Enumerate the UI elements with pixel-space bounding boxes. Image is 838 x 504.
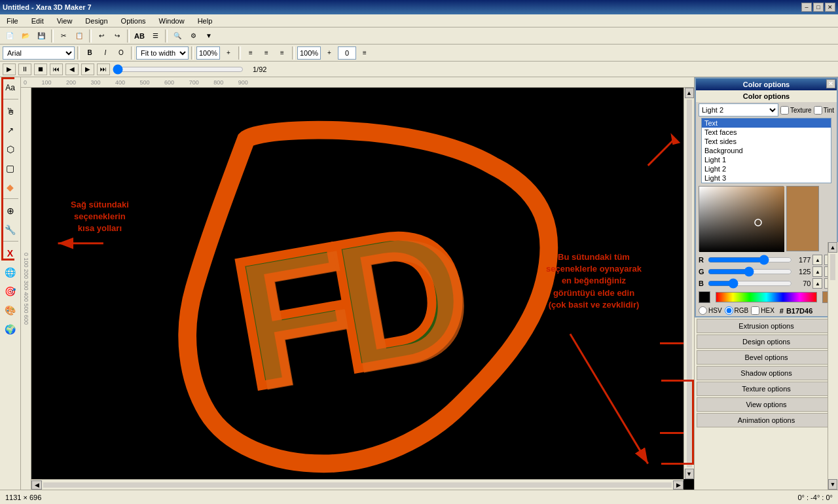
prev-end-button[interactable]: ⏮	[50, 63, 63, 75]
texture-options-btn[interactable]: Texture options	[697, 382, 836, 396]
undo-button[interactable]: ↩	[94, 29, 109, 43]
next-button[interactable]: ▶	[81, 63, 94, 75]
color-spectrum-bar[interactable]	[716, 292, 817, 302]
right-scroll-thumb[interactable]	[830, 254, 835, 280]
color-type-dropdown[interactable]: Light 2	[699, 103, 778, 117]
stop-button[interactable]: ⏹	[34, 63, 47, 75]
zoom-input[interactable]	[196, 46, 220, 60]
bold-button[interactable]: B	[82, 46, 97, 60]
search-icon[interactable]: 🔍	[170, 29, 185, 43]
close-button[interactable]: ✕	[825, 3, 835, 12]
next-end-button[interactable]: ⏭	[97, 63, 110, 75]
separator-8	[238, 46, 241, 60]
menu-help[interactable]: Help	[194, 16, 217, 26]
color-list-item-background[interactable]: Background	[702, 146, 831, 155]
minimize-button[interactable]: –	[801, 3, 812, 12]
separator-6	[131, 46, 134, 60]
offset-inc[interactable]: ≡	[357, 46, 372, 60]
color-list-item-light3[interactable]: Light 3	[702, 173, 831, 183]
canvas-scrollbar-h[interactable]: ◀ ▶	[31, 479, 683, 490]
title-bar: Untitled - Xara 3D Maker 7 – □ ✕	[0, 0, 838, 14]
maximize-button[interactable]: □	[813, 3, 824, 12]
scroll-up-btn[interactable]: ▲	[685, 88, 694, 98]
animation-options-btn[interactable]: Animation options	[697, 413, 836, 427]
copy-button[interactable]: 📋	[72, 29, 86, 43]
menu-design[interactable]: Design	[81, 16, 111, 26]
dropdown-arrow[interactable]: ▼	[202, 29, 216, 43]
svg-text:FD: FD	[227, 191, 482, 429]
color-gradient-box[interactable]	[699, 186, 784, 251]
menu-view[interactable]: View	[53, 16, 77, 26]
hex-checkbox[interactable]	[751, 306, 759, 315]
rgb-radio[interactable]	[725, 306, 733, 315]
new-button[interactable]: 📄	[3, 29, 17, 43]
globe-tool-button[interactable]: 🌐	[1, 263, 20, 281]
font-selector[interactable]: Arial	[3, 46, 75, 60]
align-right-button[interactable]: ≡	[275, 46, 289, 60]
g-slider[interactable]	[708, 268, 792, 276]
black-swatch[interactable]	[699, 291, 710, 303]
r-inc[interactable]: ▲	[812, 255, 822, 265]
color-list-item-light1[interactable]: Light 1	[702, 155, 831, 164]
gradient-picker[interactable]	[699, 186, 784, 251]
color-list-item-light2[interactable]: Light 2	[702, 164, 831, 173]
settings-icon[interactable]: ⚙	[186, 29, 200, 43]
scroll-down-btn[interactable]: ▼	[685, 469, 694, 479]
zoom-fit-selector[interactable]: Fit to width	[136, 46, 189, 60]
bevel-options-btn[interactable]: Bevel options	[697, 350, 836, 365]
cut-button[interactable]: ✂	[56, 29, 71, 43]
design-options-btn[interactable]: Design options	[697, 334, 836, 349]
g-inc[interactable]: ▲	[812, 266, 822, 277]
canvas-area[interactable]: 0 100 200 300 400 500 600 700 800 900 0 …	[21, 77, 694, 490]
color-list-item-faces[interactable]: Text faces	[702, 128, 831, 137]
size-inc[interactable]: +	[322, 46, 337, 60]
scroll-right-btn[interactable]: ▶	[673, 480, 683, 490]
menu-file[interactable]: File	[3, 16, 22, 26]
prev-button[interactable]: ◀	[65, 63, 79, 75]
right-scroll-up[interactable]: ▲	[828, 242, 837, 253]
align-center-button[interactable]: ≡	[259, 46, 274, 60]
menu-options[interactable]: Options	[117, 16, 150, 26]
tint-checkbox[interactable]	[814, 106, 822, 115]
scroll-thumb-v[interactable]	[687, 99, 692, 467]
world-tool-button[interactable]: 🌍	[1, 320, 20, 338]
align-left-button[interactable]: ≡	[244, 46, 258, 60]
texture-checkbox[interactable]	[780, 106, 789, 115]
target-tool-button[interactable]: 🎯	[1, 282, 20, 300]
extrusion-options-btn[interactable]: Extrusion options	[697, 319, 836, 333]
canvas-scrollbar-v[interactable]: ▲ ▼	[683, 88, 694, 479]
play-button[interactable]: ▶	[3, 63, 16, 75]
shadow-options-btn[interactable]: Shadow options	[697, 366, 836, 380]
right-scroll-down[interactable]: ▼	[828, 479, 837, 490]
color-swatch[interactable]	[786, 186, 819, 251]
italic-button[interactable]: I	[98, 46, 113, 60]
view-options-btn[interactable]: View options	[697, 397, 836, 412]
hsv-radio[interactable]	[699, 306, 707, 315]
size-input[interactable]	[297, 46, 321, 60]
offset-input[interactable]	[338, 46, 356, 60]
b-slider[interactable]	[708, 279, 792, 287]
options-buttons-list: Extrusion options Design options Bevel o…	[695, 317, 838, 490]
menu-window[interactable]: Window	[155, 16, 189, 26]
open-button[interactable]: 📂	[18, 29, 33, 43]
pause-button[interactable]: ⏸	[18, 63, 31, 75]
color-panel-close-btn[interactable]: ✕	[826, 79, 835, 88]
anim-scrubber[interactable]	[113, 64, 244, 75]
text-button[interactable]: AB	[132, 29, 147, 43]
color-canvas[interactable]	[699, 187, 784, 252]
brush-tool-button[interactable]: 🎨	[1, 301, 20, 319]
scroll-left-btn[interactable]: ◀	[31, 480, 42, 490]
layout-button[interactable]: ☰	[148, 29, 162, 43]
zoom-inc[interactable]: +	[221, 46, 236, 60]
outline-button[interactable]: O	[114, 46, 128, 60]
color-list-item-sides[interactable]: Text sides	[702, 137, 831, 146]
color-panel-subtitle: Color options	[696, 90, 837, 102]
scroll-thumb-h[interactable]	[43, 482, 672, 488]
save-button[interactable]: 💾	[34, 29, 48, 43]
r-slider[interactable]	[708, 256, 792, 264]
redo-button[interactable]: ↪	[110, 29, 124, 43]
color-list-item-text[interactable]: Text	[702, 118, 831, 128]
right-panel-scrollbar[interactable]: ▲ ▼	[828, 242, 838, 490]
menu-edit[interactable]: Edit	[27, 16, 48, 26]
b-inc[interactable]: ▲	[812, 278, 822, 289]
